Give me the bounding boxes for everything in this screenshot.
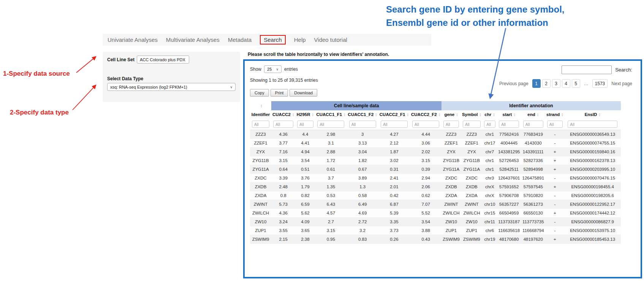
column-header-strand[interactable]: strand▲▼ bbox=[545, 110, 565, 119]
table-cell: ZXDC bbox=[250, 174, 271, 183]
filter-input-cuacc2_f2[interactable] bbox=[412, 121, 439, 128]
column-header-end[interactable]: end▲▼ bbox=[521, 110, 545, 119]
table-cell: 0.82 bbox=[295, 191, 315, 200]
nav-item-video-tutorial[interactable]: Video tutorial bbox=[314, 37, 347, 43]
column-header-cuacc1_f1[interactable]: CUACC1_F1▲▼ bbox=[315, 110, 347, 119]
column-header-start[interactable]: start▲▼ bbox=[497, 110, 521, 119]
search-results-panel: Show 25 ∨ entries Search: Showing 1 to 2… bbox=[243, 59, 642, 278]
search-annotation-heading: Search gene ID by entering gene symbol, … bbox=[386, 3, 564, 30]
nav-item-multivariate-analyses[interactable]: Multivariate Analyses bbox=[166, 37, 220, 43]
copy-button[interactable]: Copy bbox=[250, 89, 269, 97]
filter-input-cuacc1_f2[interactable] bbox=[349, 121, 376, 128]
filter-input-end[interactable] bbox=[523, 121, 543, 128]
filter-input-gene[interactable] bbox=[443, 121, 459, 128]
table-cell: ZW10 bbox=[461, 218, 483, 226]
table-cell: 2.38 bbox=[295, 235, 315, 244]
table-cell: chr17 bbox=[483, 139, 497, 148]
page-length-value: 25 bbox=[267, 67, 272, 72]
table-cell: 3.06 bbox=[410, 139, 441, 148]
table-cell: ZWILCH bbox=[441, 209, 461, 218]
column-header-ensid[interactable]: EnsID▲▼ bbox=[565, 110, 621, 119]
table-cell: ZXDA bbox=[461, 191, 483, 200]
search-input[interactable] bbox=[562, 65, 612, 74]
filter-input-identifier[interactable] bbox=[252, 121, 269, 128]
sort-icon: ▲▼ bbox=[598, 113, 600, 116]
table-row: ZYX7.164.942.883.041.872.02ZYXZYXchr7143… bbox=[250, 148, 621, 156]
table-row: ZXDC3.393.763.73.892.412.94ZXDCZXDCchr31… bbox=[250, 174, 621, 183]
filter-input-start[interactable] bbox=[499, 121, 519, 128]
column-header-cuacc1_f2[interactable]: CUACC1_F2▲▼ bbox=[347, 110, 378, 119]
previous-page-button[interactable]: Previous page bbox=[499, 81, 528, 86]
table-cell: 6.87 bbox=[378, 200, 410, 209]
table-cell: 2.41 bbox=[378, 174, 410, 183]
nav-item-help[interactable]: Help bbox=[294, 37, 306, 43]
data-type-select[interactable]: xsq: RNA-seq Expression (log2 FPKM+1) ∨ bbox=[107, 83, 236, 91]
table-cell: ZXDB bbox=[441, 183, 461, 191]
download-button[interactable]: Download bbox=[290, 89, 317, 97]
nav-item-search[interactable]: Search bbox=[260, 35, 286, 45]
table-cell: 143391111 bbox=[521, 148, 545, 156]
filter-input-strand[interactable] bbox=[547, 121, 563, 128]
column-header-cuacc2[interactable]: CUACC2▲▼ bbox=[271, 110, 295, 119]
table-cell: 116635618 bbox=[497, 226, 521, 235]
table-cell: 1.3 bbox=[347, 183, 378, 191]
sort-icon: ▲▼ bbox=[456, 113, 458, 116]
page-button-2[interactable]: 2 bbox=[542, 79, 551, 88]
column-header-h295r[interactable]: H295R▲▼ bbox=[295, 110, 315, 119]
page-button-3[interactable]: 3 bbox=[552, 79, 560, 88]
table-cell: 2.15 bbox=[271, 235, 295, 244]
table-cell: ZYG11B bbox=[250, 156, 271, 165]
column-header-symbol[interactable]: Symbol▲▼ bbox=[461, 110, 483, 119]
show-label: Show bbox=[250, 67, 261, 72]
filter-input-cuacc1_f1[interactable] bbox=[317, 121, 344, 128]
page-length-select[interactable]: 25 ∨ bbox=[264, 65, 282, 73]
table-cell: 3.1 bbox=[315, 139, 347, 148]
table-cell: ZWINT bbox=[441, 200, 461, 209]
table-cell: 0.62 bbox=[410, 191, 441, 200]
table-cell: 66550130 bbox=[521, 209, 545, 218]
next-page-button[interactable]: Next page bbox=[611, 81, 632, 86]
table-cell: ZZEF1 bbox=[461, 139, 483, 148]
column-header-cuacc2_f1[interactable]: CUACC2_F1▲▼ bbox=[378, 110, 410, 119]
column-header-chr[interactable]: chr▲▼ bbox=[483, 110, 497, 119]
column-header-identifier[interactable]: Identifier bbox=[250, 110, 271, 119]
print-button[interactable]: Print bbox=[271, 89, 288, 97]
table-cell: 2.7 bbox=[315, 218, 347, 226]
table-cell: 48170680 bbox=[497, 235, 521, 244]
column-header-cuacc2_f2[interactable]: CUACC2_F2▲▼ bbox=[410, 110, 441, 119]
nav-item-univariate-analyses[interactable]: Univariate Analyses bbox=[108, 37, 158, 43]
filter-input-symbol[interactable] bbox=[463, 121, 481, 128]
table-cell: 3.76 bbox=[295, 174, 315, 183]
filter-input-cuacc2_f1[interactable] bbox=[381, 121, 408, 128]
chevron-down-icon: ∨ bbox=[276, 67, 278, 71]
filter-input-ensid[interactable] bbox=[568, 121, 617, 128]
column-label: start bbox=[503, 112, 512, 117]
table-cell: 5.39 bbox=[378, 209, 410, 218]
table-cell: 2.01 bbox=[378, 183, 410, 191]
filter-cell bbox=[271, 119, 295, 130]
nav-item-metadata[interactable]: Metadata bbox=[228, 37, 252, 43]
table-cell: 2.06 bbox=[410, 183, 441, 191]
table-cell: 3.02 bbox=[378, 156, 410, 165]
table-cell: ZYX bbox=[250, 148, 271, 156]
page-button-5[interactable]: 5 bbox=[572, 79, 580, 88]
page-button-1[interactable]: 1 bbox=[532, 79, 541, 88]
page-button-1573[interactable]: 1573 bbox=[592, 79, 608, 88]
table-cell: 48197620 bbox=[521, 235, 545, 244]
table-row: ZW103.244.092.72.723.353.54ZW10ZW10chr11… bbox=[250, 218, 621, 226]
page-button-4[interactable]: 4 bbox=[562, 79, 570, 88]
table-cell: ENSG00000159840.16 bbox=[565, 148, 621, 156]
table-cell: 0.39 bbox=[410, 165, 441, 174]
table-row: ZXDB2.481.791.351.32.012.06ZXDBZXDBchrX5… bbox=[250, 183, 621, 191]
column-header-gene[interactable]: gene▲▼ bbox=[441, 110, 461, 119]
filter-input-chr[interactable] bbox=[484, 121, 495, 128]
sort-icon: ▲▼ bbox=[537, 113, 539, 116]
sort-icon: ▲▼ bbox=[260, 104, 262, 108]
table-cell: ZYG11A bbox=[250, 165, 271, 174]
table-cell: 3.77 bbox=[271, 139, 295, 148]
filter-input-cuacc2[interactable] bbox=[273, 121, 293, 128]
cell-line-set-select[interactable]: ACC Colorado plus PDX ∨ bbox=[137, 56, 189, 64]
step1-annotation: 1-Specify data source bbox=[3, 70, 70, 78]
table-cell: ENSG00000203995.10 bbox=[565, 165, 621, 174]
filter-input-h295r[interactable] bbox=[297, 121, 313, 128]
